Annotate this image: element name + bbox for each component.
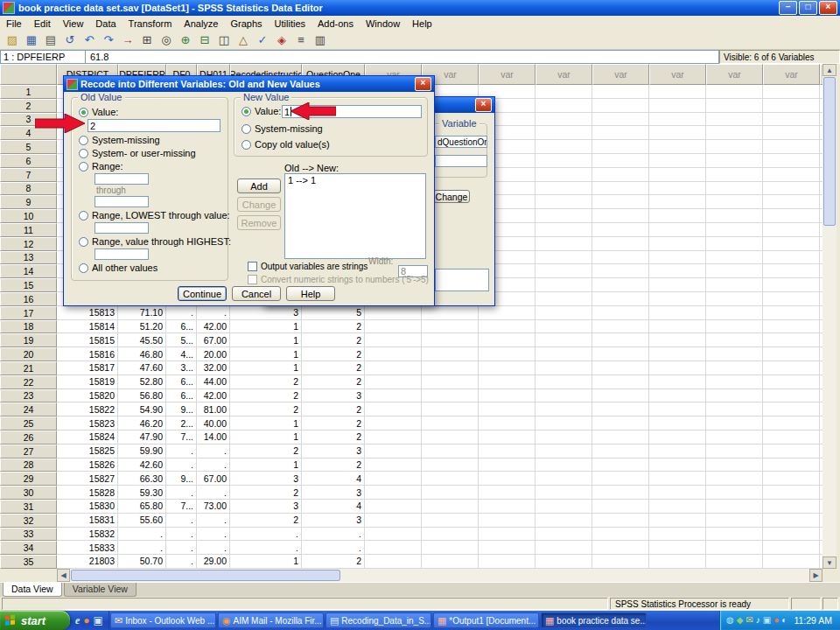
grid-cell[interactable]: [592, 154, 649, 168]
grid-cell[interactable]: [479, 347, 536, 361]
menu-addons[interactable]: Add-ons: [312, 18, 360, 30]
row-header[interactable]: 33: [0, 528, 57, 542]
grid-cell[interactable]: 5: [302, 306, 365, 320]
grid-cell[interactable]: [649, 514, 706, 528]
grid-cell[interactable]: [422, 514, 479, 528]
change-button[interactable]: Change: [237, 197, 281, 212]
grid-cell[interactable]: 47.60: [118, 361, 166, 375]
grid-cell[interactable]: [763, 541, 820, 555]
grid-cell[interactable]: [820, 375, 822, 389]
grid-cell[interactable]: [536, 223, 592, 237]
change-output-button[interactable]: Change: [433, 190, 470, 203]
grid-cell[interactable]: [536, 320, 592, 334]
row-header[interactable]: 35: [0, 555, 57, 569]
grid-cell[interactable]: 51.20: [118, 320, 166, 334]
grid-cell[interactable]: [536, 99, 592, 113]
grid-cell[interactable]: [820, 278, 822, 292]
column-header-var-11[interactable]: var: [649, 64, 706, 85]
grid-cell[interactable]: [479, 444, 536, 458]
grid-cell[interactable]: [763, 251, 820, 265]
grid-cell[interactable]: 54.90: [118, 402, 166, 416]
grid-cell[interactable]: [422, 306, 479, 320]
grid-cell[interactable]: [706, 237, 763, 251]
grid-cell[interactable]: [649, 389, 706, 403]
grid-cell[interactable]: [422, 361, 479, 375]
grid-cell[interactable]: 1: [230, 347, 302, 361]
grid-cell[interactable]: .: [302, 528, 365, 542]
grid-cell[interactable]: [479, 320, 536, 334]
grid-cell[interactable]: [479, 430, 536, 444]
grid-cell[interactable]: [422, 444, 479, 458]
grid-cell[interactable]: 59.90: [118, 444, 166, 458]
grid-cell[interactable]: [422, 472, 479, 486]
grid-cell[interactable]: 66.30: [118, 472, 166, 486]
grid-cell[interactable]: [592, 444, 649, 458]
grid-cell[interactable]: 1: [230, 416, 302, 430]
grid-cell[interactable]: [479, 402, 536, 416]
grid-cell[interactable]: 3: [302, 444, 365, 458]
grid-cell[interactable]: [365, 528, 422, 542]
tab-data-view[interactable]: Data View: [3, 583, 62, 597]
grid-cell[interactable]: [763, 347, 820, 361]
grid-cell[interactable]: [422, 430, 479, 444]
grid-cell[interactable]: [763, 209, 820, 223]
grid-cell[interactable]: [706, 306, 763, 320]
tray-network-icon[interactable]: ▣: [763, 611, 771, 630]
new-system-missing-radio[interactable]: System-missing: [242, 123, 323, 134]
grid-cell[interactable]: [479, 306, 536, 320]
grid-cell[interactable]: 45.50: [118, 333, 166, 347]
grid-cell[interactable]: [592, 555, 649, 569]
continue-button[interactable]: Continue: [178, 286, 227, 301]
grid-cell[interactable]: .: [166, 444, 197, 458]
grid-cell[interactable]: [365, 458, 422, 472]
column-header-var-12[interactable]: var: [706, 64, 763, 85]
grid-cell[interactable]: [536, 278, 592, 292]
grid-cell[interactable]: 6...: [166, 375, 197, 389]
grid-cell[interactable]: [422, 541, 479, 555]
grid-cell[interactable]: [536, 333, 592, 347]
grid-cell[interactable]: [820, 209, 822, 223]
grid-cell[interactable]: [706, 347, 763, 361]
show-variables-icon[interactable]: ▥: [312, 32, 329, 48]
grid-cell[interactable]: .: [166, 514, 197, 528]
grid-cell[interactable]: [592, 264, 649, 278]
grid-cell[interactable]: [536, 347, 592, 361]
grid-cell[interactable]: [479, 528, 536, 542]
redo-icon[interactable]: ↷: [100, 32, 117, 48]
add-button[interactable]: Add: [237, 178, 281, 193]
row-header[interactable]: 17: [0, 306, 57, 320]
grid-cell[interactable]: [592, 126, 649, 140]
grid-cell[interactable]: [649, 333, 706, 347]
grid-cell[interactable]: [536, 514, 592, 528]
grid-cell[interactable]: 2: [302, 347, 365, 361]
cancel-button[interactable]: Cancel: [232, 286, 281, 301]
open-data-icon[interactable]: ▨: [4, 32, 21, 48]
grid-cell[interactable]: [479, 514, 536, 528]
column-header-var-8[interactable]: var: [479, 64, 536, 85]
grid-cell[interactable]: [820, 154, 822, 168]
row-header[interactable]: 13: [0, 251, 57, 265]
grid-cell[interactable]: [820, 472, 822, 486]
grid-cell[interactable]: 14.00: [197, 430, 230, 444]
grid-cell[interactable]: 42.00: [197, 389, 230, 403]
grid-cell[interactable]: [592, 223, 649, 237]
grid-cell[interactable]: [365, 472, 422, 486]
grid-cell[interactable]: [649, 85, 706, 99]
grid-cell[interactable]: [649, 361, 706, 375]
grid-cell[interactable]: [422, 416, 479, 430]
grid-cell[interactable]: [479, 555, 536, 569]
grid-cell[interactable]: [820, 444, 822, 458]
row-header[interactable]: 11: [0, 223, 57, 237]
grid-cell[interactable]: [706, 500, 763, 514]
grid-cell[interactable]: [536, 306, 592, 320]
grid-cell[interactable]: [649, 306, 706, 320]
grid-cell[interactable]: .: [197, 514, 230, 528]
grid-cell[interactable]: [479, 486, 536, 500]
grid-cell[interactable]: 6...: [166, 320, 197, 334]
grid-cell[interactable]: [763, 182, 820, 196]
row-header[interactable]: 31: [0, 500, 57, 514]
grid-cell[interactable]: 15827: [57, 472, 118, 486]
menu-help[interactable]: Help: [406, 18, 438, 30]
taskbar-task[interactable]: ▦book practice data se...: [541, 612, 647, 628]
grid-cell[interactable]: 3: [230, 472, 302, 486]
